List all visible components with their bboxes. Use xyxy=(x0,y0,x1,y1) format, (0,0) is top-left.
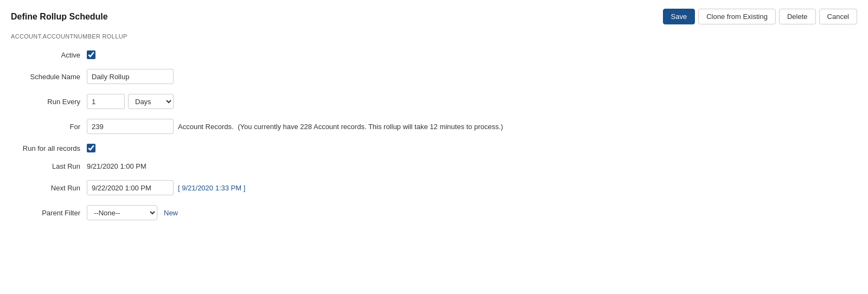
cancel-button[interactable]: Cancel xyxy=(819,9,857,24)
clone-from-existing-button[interactable]: Clone from Existing xyxy=(698,9,776,24)
run-every-label: Run Every xyxy=(16,98,87,106)
run-every-input[interactable] xyxy=(87,94,125,109)
next-run-controls: [ 9/21/2020 1:33 PM ] xyxy=(87,180,245,195)
next-run-bracket: [ 9/21/2020 1:33 PM ] xyxy=(178,184,245,192)
breadcrumb: ACCOUNT.ACCOUNTNUMBER ROLLUP xyxy=(11,33,857,40)
header-row: Define Rollup Schedule Save Clone from E… xyxy=(11,9,857,24)
parent-filter-controls: --None-- New xyxy=(87,205,178,220)
parent-filter-select[interactable]: --None-- xyxy=(87,205,157,220)
parent-filter-row: Parent Filter --None-- New xyxy=(16,205,857,220)
for-row: For Account Records. (You currently have… xyxy=(16,119,857,134)
last-run-label: Last Run xyxy=(16,162,87,170)
for-info-text: (You currently have 228 Account records.… xyxy=(238,123,503,131)
for-label: For xyxy=(16,123,87,131)
page-container: Define Rollup Schedule Save Clone from E… xyxy=(0,0,868,239)
parent-filter-label: Parent Filter xyxy=(16,209,87,217)
run-every-controls: Days Hours Minutes xyxy=(87,94,174,109)
schedule-name-input[interactable] xyxy=(87,69,174,84)
parent-filter-new-link[interactable]: New xyxy=(164,209,178,217)
save-button[interactable]: Save xyxy=(663,9,695,24)
last-run-row: Last Run 9/21/2020 1:00 PM xyxy=(16,162,857,170)
active-checkbox[interactable] xyxy=(87,50,95,59)
next-run-row: Next Run [ 9/21/2020 1:33 PM ] xyxy=(16,180,857,195)
form-section: Active Schedule Name Run Every Days Hour… xyxy=(11,50,857,220)
last-run-value: 9/21/2020 1:00 PM xyxy=(87,162,146,170)
run-every-unit-select[interactable]: Days Hours Minutes xyxy=(128,94,174,109)
active-row: Active xyxy=(16,50,857,59)
for-input[interactable] xyxy=(87,119,174,134)
next-run-label: Next Run xyxy=(16,184,87,192)
page-title: Define Rollup Schedule xyxy=(11,12,108,22)
for-suffix: Account Records. (You currently have 228… xyxy=(178,123,503,131)
run-for-all-label: Run for all records xyxy=(16,144,87,152)
run-for-all-row: Run for all records xyxy=(16,144,857,152)
run-for-all-checkbox[interactable] xyxy=(87,144,95,152)
active-label: Active xyxy=(16,51,87,59)
schedule-name-row: Schedule Name xyxy=(16,69,857,84)
next-run-input[interactable] xyxy=(87,180,174,195)
toolbar: Save Clone from Existing Delete Cancel xyxy=(663,9,857,24)
schedule-name-label: Schedule Name xyxy=(16,73,87,81)
delete-button[interactable]: Delete xyxy=(779,9,816,24)
run-every-row: Run Every Days Hours Minutes xyxy=(16,94,857,109)
for-suffix-text: Account Records. xyxy=(178,123,234,131)
